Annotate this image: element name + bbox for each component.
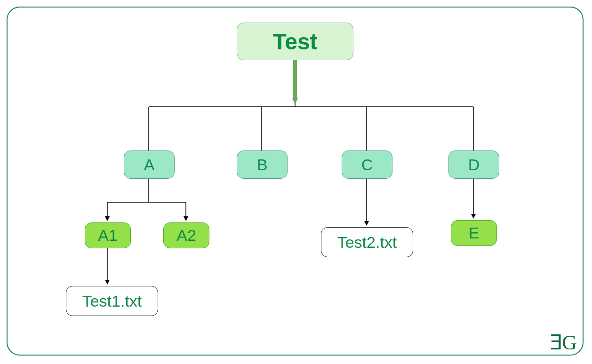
node-root: Test [237,23,353,60]
node-folder-a-label: A [144,156,155,174]
node-file-test2-label: Test2.txt [337,233,397,252]
logo-geeksforgeeks: ƎG [550,330,576,355]
node-file-test2: Test2.txt [321,227,413,257]
node-subfolder-a2: A2 [163,222,209,248]
node-file-test1: Test1.txt [66,286,158,316]
node-subfolder-a2-label: A2 [176,226,196,245]
node-file-test1-label: Test1.txt [82,292,142,310]
node-subfolder-a1-label: A1 [98,226,118,245]
node-folder-c-label: C [361,156,373,174]
node-folder-a: A [124,150,175,179]
node-folder-d-label: D [468,156,480,174]
node-subfolder-e-label: E [469,224,480,242]
node-folder-d: D [448,150,499,179]
node-folder-c: C [342,150,392,179]
node-subfolder-a1: A1 [85,222,131,248]
node-folder-b: B [237,150,288,179]
logo-text: ƎG [550,331,576,354]
node-root-label: Test [272,29,317,55]
node-folder-b-label: B [257,156,268,174]
node-subfolder-e: E [451,220,497,246]
